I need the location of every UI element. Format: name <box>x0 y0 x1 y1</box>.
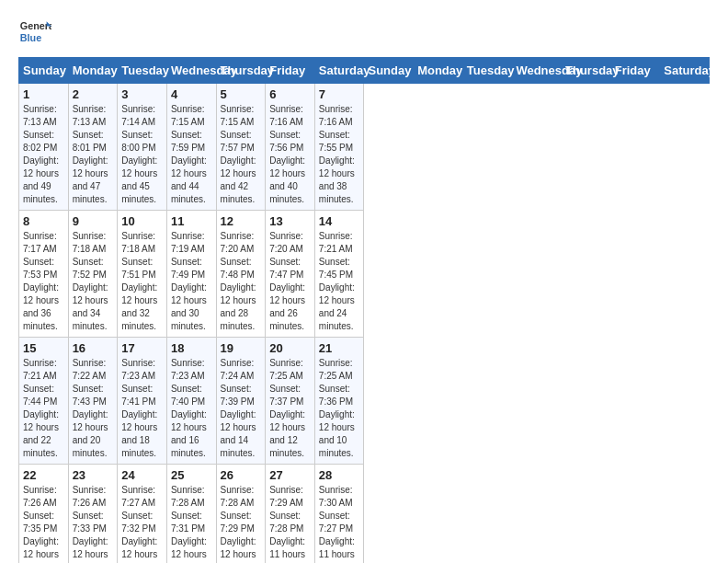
day-number: 28 <box>319 468 360 482</box>
day-detail: Sunrise: 7:16 AM Sunset: 7:55 PM Dayligh… <box>319 103 360 206</box>
day-number: 17 <box>121 341 163 355</box>
header-day-wednesday: Wednesday <box>512 58 562 84</box>
header-sunday: Sunday <box>19 58 69 84</box>
day-number: 16 <box>73 341 114 355</box>
calendar-week-4: 22Sunrise: 7:26 AM Sunset: 7:35 PM Dayli… <box>19 465 710 564</box>
day-detail: Sunrise: 7:15 AM Sunset: 7:57 PM Dayligh… <box>221 103 262 206</box>
page-header: General Blue <box>18 15 710 48</box>
calendar-cell: 22Sunrise: 7:26 AM Sunset: 7:35 PM Dayli… <box>19 465 69 564</box>
day-number: 18 <box>171 341 212 355</box>
day-detail: Sunrise: 7:28 AM Sunset: 7:29 PM Dayligh… <box>221 484 262 563</box>
day-number: 2 <box>73 87 114 101</box>
day-number: 20 <box>269 341 311 355</box>
day-detail: Sunrise: 7:14 AM Sunset: 8:00 PM Dayligh… <box>121 103 163 206</box>
day-detail: Sunrise: 7:18 AM Sunset: 7:51 PM Dayligh… <box>121 230 163 333</box>
day-number: 25 <box>171 468 212 482</box>
calendar-table: SundayMondayTuesdayWednesdayThursdayFrid… <box>18 57 710 563</box>
day-number: 26 <box>221 468 262 482</box>
day-number: 4 <box>171 87 212 101</box>
header-tuesday: Tuesday <box>118 58 167 84</box>
day-detail: Sunrise: 7:21 AM Sunset: 7:44 PM Dayligh… <box>23 357 64 460</box>
calendar-cell: 19Sunrise: 7:24 AM Sunset: 7:39 PM Dayli… <box>216 338 266 465</box>
calendar-cell: 14Sunrise: 7:21 AM Sunset: 7:45 PM Dayli… <box>314 211 364 338</box>
day-detail: Sunrise: 7:24 AM Sunset: 7:39 PM Dayligh… <box>221 357 262 460</box>
header-day-thursday: Thursday <box>562 58 611 84</box>
calendar-cell: 21Sunrise: 7:25 AM Sunset: 7:36 PM Dayli… <box>314 338 364 465</box>
day-detail: Sunrise: 7:20 AM Sunset: 7:48 PM Dayligh… <box>221 230 262 333</box>
header-wednesday: Wednesday <box>166 58 216 84</box>
calendar-cell: 15Sunrise: 7:21 AM Sunset: 7:44 PM Dayli… <box>19 338 69 465</box>
calendar-cell: 8Sunrise: 7:17 AM Sunset: 7:53 PM Daylig… <box>19 211 69 338</box>
day-detail: Sunrise: 7:29 AM Sunset: 7:28 PM Dayligh… <box>269 484 311 563</box>
day-number: 10 <box>121 214 163 228</box>
calendar-cell: 16Sunrise: 7:22 AM Sunset: 7:43 PM Dayli… <box>68 338 118 465</box>
day-detail: Sunrise: 7:15 AM Sunset: 7:59 PM Dayligh… <box>171 103 212 206</box>
calendar-cell: 28Sunrise: 7:30 AM Sunset: 7:27 PM Dayli… <box>314 465 364 564</box>
header-monday: Monday <box>68 58 118 84</box>
day-detail: Sunrise: 7:27 AM Sunset: 7:32 PM Dayligh… <box>121 484 163 563</box>
day-number: 21 <box>319 341 360 355</box>
day-number: 11 <box>171 214 212 228</box>
day-number: 12 <box>221 214 262 228</box>
day-number: 14 <box>319 214 360 228</box>
day-detail: Sunrise: 7:30 AM Sunset: 7:27 PM Dayligh… <box>319 484 360 563</box>
day-number: 23 <box>73 468 114 482</box>
day-number: 1 <box>23 87 64 101</box>
header-day-monday: Monday <box>414 58 463 84</box>
calendar-week-1: 1Sunrise: 7:13 AM Sunset: 8:02 PM Daylig… <box>19 84 710 211</box>
day-detail: Sunrise: 7:20 AM Sunset: 7:47 PM Dayligh… <box>269 230 311 333</box>
logo: General Blue <box>18 15 51 48</box>
day-number: 15 <box>23 341 64 355</box>
day-detail: Sunrise: 7:22 AM Sunset: 7:43 PM Dayligh… <box>73 357 114 460</box>
calendar-cell: 24Sunrise: 7:27 AM Sunset: 7:32 PM Dayli… <box>118 465 167 564</box>
day-number: 19 <box>221 341 262 355</box>
day-number: 8 <box>23 214 64 228</box>
header-saturday: Saturday <box>314 58 364 84</box>
header-day-saturday: Saturday <box>660 58 710 84</box>
header-day-sunday: Sunday <box>364 58 414 84</box>
day-number: 9 <box>73 214 114 228</box>
header-thursday: Thursday <box>216 58 266 84</box>
day-number: 24 <box>121 468 163 482</box>
calendar-week-2: 8Sunrise: 7:17 AM Sunset: 7:53 PM Daylig… <box>19 211 710 338</box>
day-detail: Sunrise: 7:21 AM Sunset: 7:45 PM Dayligh… <box>319 230 360 333</box>
header-day-tuesday: Tuesday <box>462 58 512 84</box>
day-number: 6 <box>269 87 311 101</box>
logo-icon: General Blue <box>18 15 51 48</box>
calendar-cell: 23Sunrise: 7:26 AM Sunset: 7:33 PM Dayli… <box>68 465 118 564</box>
calendar-cell: 9Sunrise: 7:18 AM Sunset: 7:52 PM Daylig… <box>68 211 118 338</box>
calendar-cell: 6Sunrise: 7:16 AM Sunset: 7:56 PM Daylig… <box>266 84 315 211</box>
header-friday: Friday <box>266 58 315 84</box>
calendar-cell: 4Sunrise: 7:15 AM Sunset: 7:59 PM Daylig… <box>166 84 216 211</box>
calendar-cell: 13Sunrise: 7:20 AM Sunset: 7:47 PM Dayli… <box>266 211 315 338</box>
calendar-cell: 20Sunrise: 7:25 AM Sunset: 7:37 PM Dayli… <box>266 338 315 465</box>
day-detail: Sunrise: 7:25 AM Sunset: 7:36 PM Dayligh… <box>319 357 360 460</box>
calendar-week-3: 15Sunrise: 7:21 AM Sunset: 7:44 PM Dayli… <box>19 338 710 465</box>
header-day-friday: Friday <box>610 58 660 84</box>
day-detail: Sunrise: 7:25 AM Sunset: 7:37 PM Dayligh… <box>269 357 311 460</box>
day-detail: Sunrise: 7:26 AM Sunset: 7:33 PM Dayligh… <box>73 484 114 563</box>
day-number: 7 <box>319 87 360 101</box>
day-number: 5 <box>221 87 262 101</box>
calendar-cell: 17Sunrise: 7:23 AM Sunset: 7:41 PM Dayli… <box>118 338 167 465</box>
calendar-cell: 12Sunrise: 7:20 AM Sunset: 7:48 PM Dayli… <box>216 211 266 338</box>
calendar-header-row: SundayMondayTuesdayWednesdayThursdayFrid… <box>19 58 710 84</box>
calendar-cell: 1Sunrise: 7:13 AM Sunset: 8:02 PM Daylig… <box>19 84 69 211</box>
calendar-cell: 18Sunrise: 7:23 AM Sunset: 7:40 PM Dayli… <box>166 338 216 465</box>
calendar-cell: 3Sunrise: 7:14 AM Sunset: 8:00 PM Daylig… <box>118 84 167 211</box>
calendar-cell: 26Sunrise: 7:28 AM Sunset: 7:29 PM Dayli… <box>216 465 266 564</box>
day-detail: Sunrise: 7:28 AM Sunset: 7:31 PM Dayligh… <box>171 484 212 563</box>
calendar-cell: 10Sunrise: 7:18 AM Sunset: 7:51 PM Dayli… <box>118 211 167 338</box>
day-number: 22 <box>23 468 64 482</box>
day-detail: Sunrise: 7:13 AM Sunset: 8:01 PM Dayligh… <box>73 103 114 206</box>
calendar-cell: 27Sunrise: 7:29 AM Sunset: 7:28 PM Dayli… <box>266 465 315 564</box>
calendar-cell: 5Sunrise: 7:15 AM Sunset: 7:57 PM Daylig… <box>216 84 266 211</box>
day-detail: Sunrise: 7:16 AM Sunset: 7:56 PM Dayligh… <box>269 103 311 206</box>
day-detail: Sunrise: 7:17 AM Sunset: 7:53 PM Dayligh… <box>23 230 64 333</box>
day-detail: Sunrise: 7:18 AM Sunset: 7:52 PM Dayligh… <box>73 230 114 333</box>
calendar-cell: 2Sunrise: 7:13 AM Sunset: 8:01 PM Daylig… <box>68 84 118 211</box>
day-detail: Sunrise: 7:23 AM Sunset: 7:41 PM Dayligh… <box>121 357 163 460</box>
day-number: 27 <box>269 468 311 482</box>
calendar-cell: 7Sunrise: 7:16 AM Sunset: 7:55 PM Daylig… <box>314 84 364 211</box>
svg-text:Blue: Blue <box>20 32 41 43</box>
